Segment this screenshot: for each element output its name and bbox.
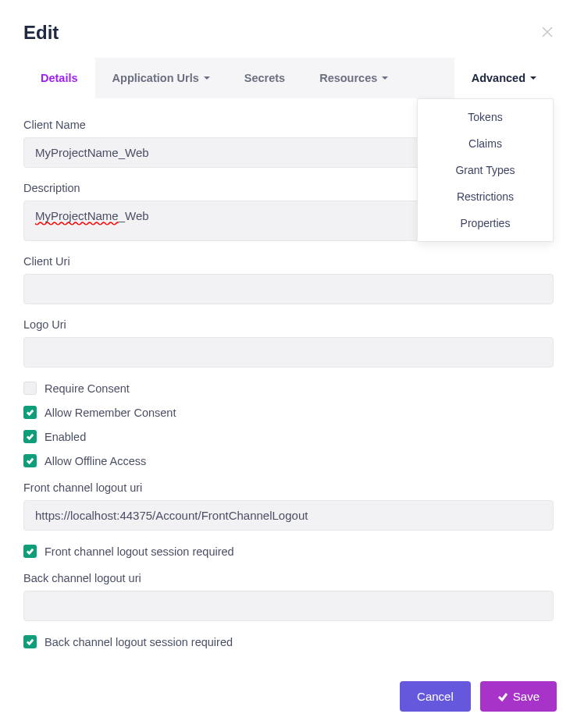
tab-label: Advanced: [472, 72, 525, 84]
tab-label: Secrets: [244, 72, 285, 84]
allow-offline-access-label: Allow Offline Access: [45, 455, 146, 467]
check-front-channel-logout-session-required: Front channel logout session required: [23, 545, 554, 558]
tab-bar: Details Application Urls Secrets Resourc…: [23, 58, 554, 98]
tab-label: Application Urls: [112, 72, 199, 84]
chevron-down-icon: [204, 76, 210, 80]
tab-resources[interactable]: Resources: [302, 58, 405, 98]
client-uri-input[interactable]: [23, 274, 554, 304]
save-button-label: Save: [513, 690, 540, 703]
front-channel-logout-uri-label: Front channel logout uri: [23, 481, 554, 494]
field-back-channel-logout-uri: Back channel logout uri: [23, 572, 554, 621]
allow-offline-access-checkbox[interactable]: [23, 454, 37, 467]
tab-label: Resources: [319, 72, 377, 84]
check-icon: [26, 408, 34, 417]
require-consent-label: Require Consent: [45, 382, 130, 395]
back-channel-logout-session-required-label: Back channel logout session required: [45, 636, 233, 648]
modal-footer: Cancel Save: [0, 667, 577, 728]
edit-modal: Edit Details Application Urls Secrets Re…: [0, 0, 577, 728]
back-channel-logout-uri-input[interactable]: [23, 591, 554, 621]
modal-header: Edit: [0, 0, 577, 58]
check-enabled: Enabled: [23, 430, 554, 443]
allow-remember-consent-label: Allow Remember Consent: [45, 407, 176, 419]
enabled-label: Enabled: [45, 431, 86, 443]
menu-item-claims[interactable]: Claims: [418, 130, 553, 157]
cancel-button[interactable]: Cancel: [400, 681, 471, 712]
front-channel-logout-session-required-label: Front channel logout session required: [45, 545, 234, 558]
description-text-suffix: _Web: [119, 209, 149, 222]
advanced-dropdown: Tokens Claims Grant Types Restrictions P…: [417, 98, 554, 242]
check-icon: [26, 547, 34, 556]
tab-label: Details: [41, 72, 78, 84]
close-icon: [541, 26, 554, 38]
back-channel-logout-session-required-checkbox[interactable]: [23, 635, 37, 648]
check-icon: [26, 456, 34, 465]
tab-advanced[interactable]: Advanced Tokens Claims Grant Types Restr…: [454, 58, 554, 98]
tab-secrets[interactable]: Secrets: [227, 58, 302, 98]
field-front-channel-logout-uri: Front channel logout uri: [23, 481, 554, 531]
check-icon: [26, 432, 34, 441]
cancel-button-label: Cancel: [417, 690, 454, 703]
check-require-consent: Require Consent: [23, 382, 554, 395]
check-allow-remember-consent: Allow Remember Consent: [23, 406, 554, 419]
menu-item-grant-types[interactable]: Grant Types: [418, 157, 553, 183]
menu-item-restrictions[interactable]: Restrictions: [418, 183, 553, 210]
description-text-prefix: MyProjectName: [35, 209, 119, 222]
save-button[interactable]: Save: [480, 681, 557, 712]
check-icon: [497, 691, 508, 702]
chevron-down-icon: [382, 76, 388, 80]
allow-remember-consent-checkbox[interactable]: [23, 406, 37, 419]
back-channel-logout-uri-label: Back channel logout uri: [23, 572, 554, 584]
check-icon: [26, 637, 34, 646]
modal-title: Edit: [23, 22, 59, 44]
client-uri-label: Client Uri: [23, 255, 554, 268]
tab-details[interactable]: Details: [23, 58, 95, 98]
check-back-channel-logout-session-required: Back channel logout session required: [23, 635, 554, 648]
front-channel-logout-session-required-checkbox[interactable]: [23, 545, 37, 558]
require-consent-checkbox[interactable]: [23, 382, 37, 395]
chevron-down-icon: [530, 76, 536, 80]
field-client-uri: Client Uri: [23, 255, 554, 304]
menu-item-properties[interactable]: Properties: [418, 210, 553, 236]
check-allow-offline-access: Allow Offline Access: [23, 454, 554, 467]
field-logo-uri: Logo Uri: [23, 318, 554, 368]
menu-item-tokens[interactable]: Tokens: [418, 104, 553, 130]
tab-application-urls[interactable]: Application Urls: [95, 58, 227, 98]
close-button[interactable]: [541, 26, 554, 41]
logo-uri-input[interactable]: [23, 337, 554, 368]
front-channel-logout-uri-input[interactable]: [23, 500, 554, 531]
logo-uri-label: Logo Uri: [23, 318, 554, 331]
enabled-checkbox[interactable]: [23, 430, 37, 443]
